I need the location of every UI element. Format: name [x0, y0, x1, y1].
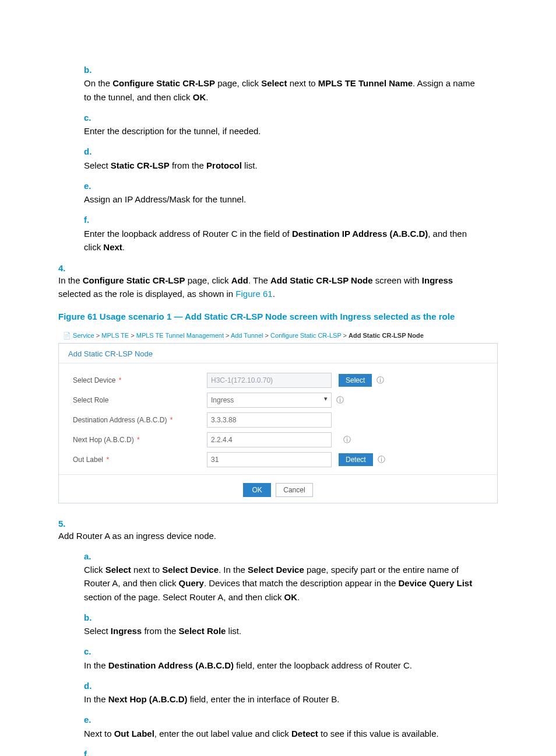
help-icon[interactable]: ⓘ	[336, 395, 344, 405]
panel-footer: OK Cancel	[59, 474, 497, 503]
sep: >	[263, 332, 271, 339]
body: Select Ingress from the Select Role list…	[84, 624, 480, 638]
required-star: *	[106, 456, 109, 464]
txt: Next to	[84, 729, 114, 738]
sub-e: e. Assign an IP Address/Mask for the tun…	[84, 179, 498, 206]
row-next-hop: Next Hop (A.B.C.D) * 2.2.4.4 ⓘ	[73, 430, 483, 450]
step-5c: c. In the Destination Address (A.B.C.D) …	[84, 645, 498, 672]
txt: next to	[287, 78, 318, 88]
label: Out Label *	[73, 456, 207, 464]
bold: Device Query List	[398, 578, 472, 588]
step-4-body: In the Configure Static CR-LSP page, cli…	[58, 274, 470, 301]
select-button[interactable]: Select	[339, 374, 372, 387]
label-text: Next Hop (A.B.C.D)	[73, 436, 134, 444]
txt: from the	[170, 160, 206, 170]
txt: . The	[248, 275, 270, 285]
row-destination: Destination Address (A.B.C.D) * 3.3.3.88	[73, 410, 483, 430]
marker: d.	[84, 145, 99, 158]
bold: Destination Address (A.B.C.D)	[108, 660, 234, 670]
label: Select Device *	[73, 376, 207, 384]
form-panel: Add Static CR-LSP Node Select Device * H…	[58, 343, 498, 503]
nexthop-input[interactable]: 2.2.4.4	[207, 432, 332, 447]
txt: list.	[242, 160, 258, 170]
panel-title: Add Static CR-LSP Node	[59, 344, 497, 363]
marker: f.	[84, 213, 99, 226]
txt: .	[206, 92, 208, 102]
bold: Protocol	[206, 160, 242, 170]
txt: field, enter the loopback address of Rou…	[234, 660, 412, 670]
destination-input[interactable]: 3.3.3.88	[207, 412, 332, 428]
bold: Configure Static CR-LSP	[112, 78, 215, 88]
bold: Select Role	[179, 626, 226, 636]
step-5b: b. Select Ingress from the Select Role l…	[84, 611, 498, 638]
bold: Out Label	[114, 729, 154, 738]
marker: b.	[84, 63, 99, 76]
role-select[interactable]: Ingress	[207, 393, 332, 408]
label: Select Role	[73, 396, 207, 404]
bold: OK	[284, 592, 298, 602]
marker: e.	[84, 713, 99, 726]
help-icon[interactable]: ⓘ	[378, 454, 386, 465]
txt: .	[297, 592, 300, 602]
txt: next to	[131, 565, 162, 575]
row-select-role: Select Role Ingress ⓘ	[73, 390, 483, 410]
marker: d.	[84, 679, 99, 692]
txt: On the	[84, 78, 112, 88]
crumb: Add Tunnel	[231, 332, 263, 339]
main-steps-cont: 5. Add Router A as an ingress device nod…	[58, 519, 498, 757]
help-icon[interactable]: ⓘ	[343, 435, 351, 445]
label: Destination Address (A.B.C.D) *	[73, 416, 207, 424]
sub-f: f. Enter the loopback address of Router …	[84, 213, 498, 254]
figure-ref-61[interactable]: Figure 61	[235, 289, 272, 299]
help-icon[interactable]: ⓘ	[376, 375, 385, 386]
crumb: MPLS TE Tunnel Management	[136, 332, 224, 339]
bold: Destination IP Address (A.B.C.D)	[292, 229, 428, 239]
bold: Ingress	[111, 626, 142, 636]
bold: Query	[179, 578, 204, 588]
cancel-button[interactable]: Cancel	[276, 483, 312, 497]
sub-c-body: Enter the description for the tunnel, if…	[84, 124, 480, 138]
txt: Select	[84, 626, 111, 636]
sub-b: b. On the Configure Static CR-LSP page, …	[84, 63, 498, 104]
txt: Click	[84, 565, 105, 575]
bold: MPLS TE Tunnel Name	[318, 78, 413, 88]
marker: 5.	[58, 519, 84, 528]
txt: . Devices that match the description app…	[204, 578, 399, 588]
sub-d-body: Select Static CR-LSP from the Protocol l…	[84, 159, 480, 172]
sep: >	[342, 332, 349, 339]
required-star: *	[170, 416, 173, 424]
label-text: Out Label	[73, 456, 103, 464]
main-steps: 4. In the Configure Static CR-LSP page, …	[58, 263, 498, 301]
row-select-device: Select Device * H3C-1(172.10.0.70) Selec…	[73, 370, 483, 390]
step-5e: e. Next to Out Label, enter the out labe…	[84, 713, 498, 740]
txt: field, enter the in interface of Router …	[188, 694, 340, 704]
bold: OK	[193, 92, 206, 102]
device-input: H3C-1(172.10.0.70)	[207, 373, 332, 388]
step-5-body: Add Router A as an ingress device node.	[58, 529, 470, 542]
breadcrumb: 📄 Service > MPLS TE > MPLS TE Tunnel Man…	[58, 328, 498, 343]
label-text: Destination Address (A.B.C.D)	[73, 416, 167, 424]
txt: In the	[84, 694, 108, 704]
sub-e-body: Assign an IP Address/Mask for the tunnel…	[84, 192, 480, 206]
detect-button[interactable]: Detect	[339, 453, 373, 466]
bold: Static CR-LSP	[111, 160, 170, 170]
required-star: *	[137, 436, 140, 444]
txt: . In the	[219, 565, 248, 575]
crumb: Service	[73, 332, 94, 339]
txt: .	[273, 289, 275, 299]
substeps-top: b. On the Configure Static CR-LSP page, …	[84, 63, 498, 254]
body: Click Select next to Select Device. In t…	[84, 563, 480, 604]
txt: selected as the role is displayed, as sh…	[58, 289, 235, 299]
marker: b.	[84, 611, 99, 624]
step-5d: d. In the Next Hop (A.B.C.D) field, ente…	[84, 679, 498, 706]
outlabel-input[interactable]: 31	[207, 452, 332, 467]
ok-button[interactable]: OK	[243, 483, 270, 497]
step-5a: a. Click Select next to Select Device. I…	[84, 550, 498, 604]
sub-f-body: Enter the loopback address of Router C i…	[84, 227, 480, 254]
txt: Select	[84, 160, 111, 170]
breadcrumb-icon: 📄	[63, 332, 73, 339]
txt: .	[122, 242, 125, 252]
figure-caption: Figure 61 Usage scenario 1 — Add Static …	[58, 312, 498, 321]
bold: Configure Static CR-LSP	[83, 275, 185, 285]
body: In the Destination Address (A.B.C.D) fie…	[84, 659, 480, 672]
